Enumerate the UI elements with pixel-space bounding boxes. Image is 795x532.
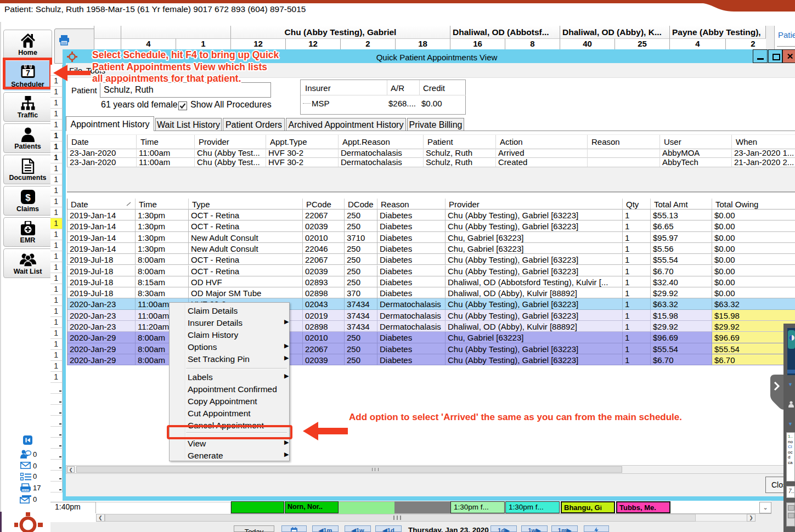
svg-text:$: $ [25,193,31,203]
